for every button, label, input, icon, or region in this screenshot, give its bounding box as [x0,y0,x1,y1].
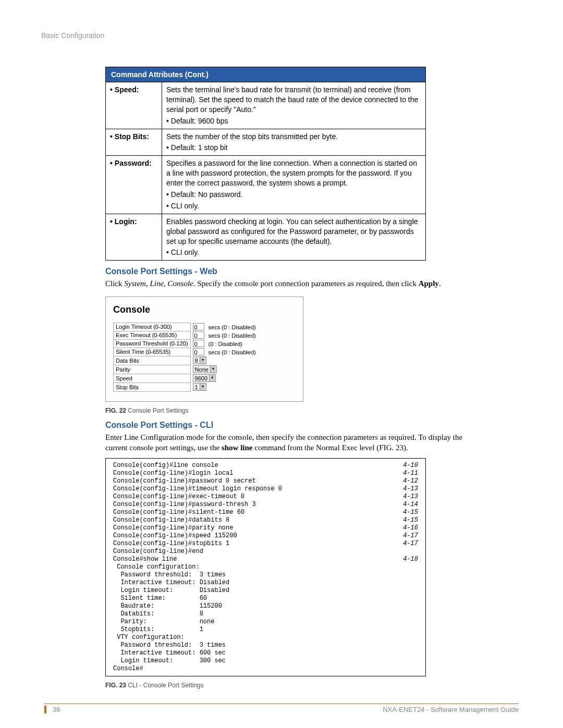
select-value: 1 [195,384,198,390]
cli-line: Console(config-line)#password 0 secret4-… [113,477,418,485]
attr-label: • Login: [106,214,162,261]
cli-line: Stopbits: 1 [113,626,418,634]
form-value-cell: 0secs (0 : Disabled) [190,348,258,356]
page-number: 36 [44,706,60,713]
text-input[interactable]: 0 [193,331,204,339]
cli-command: VTY configuration: [113,634,185,641]
select-input[interactable]: 1▾ [193,383,206,391]
form-label: Exec Timeout (0-65535) [114,331,191,339]
chevron-down-icon: ▾ [210,366,216,373]
cli-command: Console(config-line)#password-thresh 3 [113,501,256,509]
text-input[interactable]: 0 [193,348,204,355]
cli-line: Password threshold: 3 times [113,571,418,579]
cli-command: Console(config-line)#parity none [113,524,233,532]
select-value: None [195,366,209,373]
form-row: Password Threshold (0-120)0(0 : Disabled… [114,339,259,348]
cli-ref: 4-18 [403,556,418,563]
form-value-cell: 8▾ [190,356,258,365]
cli-line: Console(config-line)#timeout login respo… [113,485,418,493]
form-label: Password Threshold (0-120) [114,339,191,348]
attr-desc: Enables password checking at login. You … [162,214,426,261]
form-value-cell: 0(0 : Disabled) [190,339,258,348]
cli-command: Password threshold: 3 times [113,571,226,579]
text-input[interactable]: 0 [193,323,204,330]
text: . [439,279,441,288]
cli-command: Databits: 8 [113,610,203,618]
cli-command: Console(config-line)#exec-timeout 0 [113,493,244,501]
form-label: Data Bits [114,356,191,365]
suffix-text: secs (0 : Disabled) [209,349,256,355]
bullet: • CLI only. [166,201,421,211]
attr-label: • Speed: [106,82,162,129]
text: command from the Normal Exec level (FIG.… [252,443,408,452]
cli-command: Console#show line [113,556,177,563]
cli-line: Console(config)#line console4-10 [113,462,418,470]
form-value-cell: 0secs (0 : Disabled) [190,323,258,331]
cli-ref: 4-12 [403,477,418,485]
text-italic: System, Line, Console [124,279,193,288]
cli-command: Console(config)#line console [113,462,218,470]
cli-line: Console(config-line)#login local4-11 [113,470,418,477]
select-input[interactable]: 9600▾ [193,374,216,382]
chevron-down-icon: ▾ [200,357,205,364]
cli-output: Console(config)#line console4-10Console(… [105,458,426,676]
cli-command: Console(config-line)#speed 115200 [113,532,237,540]
page-footer: 36 NXA-ENET24 - Software Management Guid… [44,704,519,713]
cli-line: Console#show line4-18 [113,556,418,563]
desc-text: Sets the number of the stop bits transmi… [166,132,421,142]
form-label: Parity [114,365,191,374]
section-body-web: Click System, Line, Console. Specify the… [105,278,474,289]
section-body-cli: Enter Line Configuration mode for the co… [105,432,474,453]
cli-ref: 4-15 [403,509,418,516]
attr-desc: Sets the number of the stop bits transmi… [162,129,426,156]
form-value-cell: None▾ [190,365,258,374]
table-row: • Login: Enables password checking at lo… [106,214,426,261]
cli-command: Console(config-line)#password 0 secret [113,477,256,485]
cli-command: Console(config-line)#end [113,548,203,556]
cli-command: Interactive timeout: Disabled [113,579,229,587]
suffix-text: secs (0 : Disabled) [209,324,256,330]
cli-line: Console(config-line)#speed 1152004-17 [113,532,418,540]
form-row: Stop Bits1▾ [114,382,259,391]
table-title: Command Attributes (Cont.) [106,67,426,82]
cli-command: Console(config-line)#silent-time 60 [113,509,244,516]
cli-line: VTY configuration: [113,634,418,641]
cli-command: Console configuration: [113,563,200,571]
text-input[interactable]: 0 [193,340,204,347]
form-row: ParityNone▾ [114,365,259,374]
attr-label: • Password: [106,156,162,214]
cli-command: Parity: none [113,618,214,626]
cli-ref: 4-17 [403,532,418,540]
table-row: • Password: Specifies a password for the… [106,156,426,214]
form-row: Speed9600▾ [114,374,259,382]
command-attributes-table: Command Attributes (Cont.) • Speed: Sets… [105,67,426,261]
chevron-down-icon: ▾ [200,384,205,390]
bullet: • CLI only. [166,248,421,257]
cli-command: Console(config-line)#stopbits 1 [113,540,229,548]
select-input[interactable]: 8▾ [193,356,206,364]
select-value: 8 [195,357,198,364]
cli-command: Stopbits: 1 [113,626,203,634]
cli-line: Interactive timeout: Disabled [113,579,418,587]
cli-command: Interactive timeout: 600 sec [113,649,226,657]
cli-line: Console(config-line)#parity none4-16 [113,524,418,532]
suffix-text: (0 : Disabled) [209,341,242,347]
cli-command: Login timeout: 300 sec [113,657,226,665]
fig22-caption: FIG. 22 Console Port Settings [105,407,519,414]
fig23-caption: FIG. 23 CLI - Console Port Settings [105,682,519,689]
bullet: • Default: 9600 bps [166,116,421,126]
form-label: Speed [114,374,191,382]
section-title-web: Console Port Settings - Web [105,267,519,276]
cli-ref: 4-13 [403,485,418,493]
cli-command: Login timeout: Disabled [113,587,229,595]
cli-line: Login timeout: 300 sec [113,657,418,665]
cli-line: Login timeout: Disabled [113,587,418,595]
cli-line: Console(config-line)#stopbits 14-17 [113,540,418,548]
cli-line: Baudrate: 115200 [113,602,418,610]
desc-text: Sets the terminal line's baud rate for t… [166,85,421,115]
select-input[interactable]: None▾ [193,365,217,373]
fig-text: CLI - Console Port Settings [126,682,204,689]
desc-text: Enables password checking at login. You … [166,217,421,246]
cli-ref: 4-14 [403,501,418,509]
cli-line: Databits: 8 [113,610,418,618]
